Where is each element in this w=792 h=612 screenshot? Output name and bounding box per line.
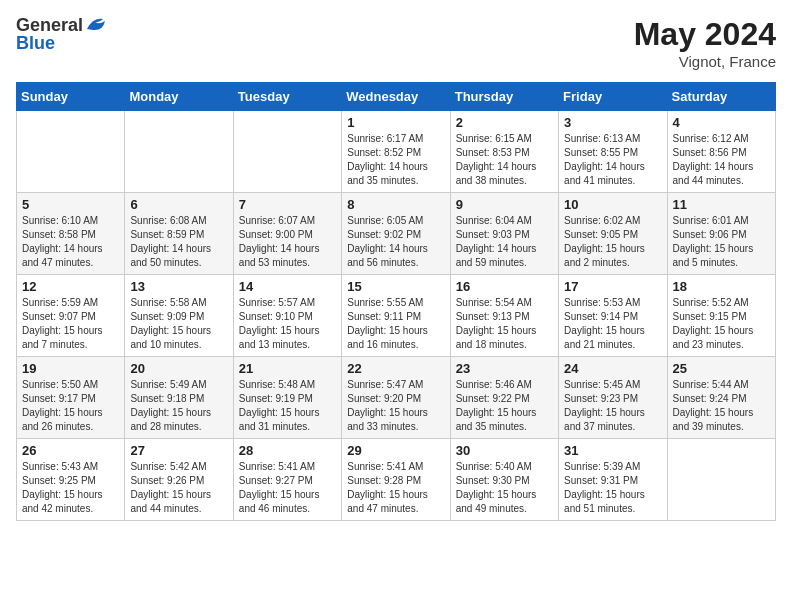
cell-content: Sunrise: 5:46 AMSunset: 9:22 PMDaylight:… bbox=[456, 378, 553, 434]
calendar-cell: 29Sunrise: 5:41 AMSunset: 9:28 PMDayligh… bbox=[342, 439, 450, 521]
cell-content: Sunrise: 5:49 AMSunset: 9:18 PMDaylight:… bbox=[130, 378, 227, 434]
cell-content: Sunrise: 6:01 AMSunset: 9:06 PMDaylight:… bbox=[673, 214, 770, 270]
calendar-cell: 3Sunrise: 6:13 AMSunset: 8:55 PMDaylight… bbox=[559, 111, 667, 193]
cell-content: Sunrise: 5:39 AMSunset: 9:31 PMDaylight:… bbox=[564, 460, 661, 516]
weekday-header: Wednesday bbox=[342, 83, 450, 111]
day-number: 29 bbox=[347, 443, 444, 458]
day-number: 7 bbox=[239, 197, 336, 212]
cell-content: Sunrise: 6:13 AMSunset: 8:55 PMDaylight:… bbox=[564, 132, 661, 188]
weekday-header: Monday bbox=[125, 83, 233, 111]
calendar-week-row: 26Sunrise: 5:43 AMSunset: 9:25 PMDayligh… bbox=[17, 439, 776, 521]
day-number: 14 bbox=[239, 279, 336, 294]
month-title: May 2024 bbox=[634, 16, 776, 53]
cell-content: Sunrise: 6:05 AMSunset: 9:02 PMDaylight:… bbox=[347, 214, 444, 270]
day-number: 30 bbox=[456, 443, 553, 458]
day-number: 1 bbox=[347, 115, 444, 130]
day-number: 11 bbox=[673, 197, 770, 212]
day-number: 19 bbox=[22, 361, 119, 376]
calendar-week-row: 19Sunrise: 5:50 AMSunset: 9:17 PMDayligh… bbox=[17, 357, 776, 439]
calendar-cell: 16Sunrise: 5:54 AMSunset: 9:13 PMDayligh… bbox=[450, 275, 558, 357]
cell-content: Sunrise: 5:47 AMSunset: 9:20 PMDaylight:… bbox=[347, 378, 444, 434]
day-number: 6 bbox=[130, 197, 227, 212]
calendar-cell: 10Sunrise: 6:02 AMSunset: 9:05 PMDayligh… bbox=[559, 193, 667, 275]
page-header: General Blue May 2024 Vignot, France bbox=[16, 16, 776, 70]
calendar-cell: 7Sunrise: 6:07 AMSunset: 9:00 PMDaylight… bbox=[233, 193, 341, 275]
calendar-cell: 6Sunrise: 6:08 AMSunset: 8:59 PMDaylight… bbox=[125, 193, 233, 275]
calendar-cell: 24Sunrise: 5:45 AMSunset: 9:23 PMDayligh… bbox=[559, 357, 667, 439]
day-number: 22 bbox=[347, 361, 444, 376]
cell-content: Sunrise: 6:12 AMSunset: 8:56 PMDaylight:… bbox=[673, 132, 770, 188]
day-number: 3 bbox=[564, 115, 661, 130]
day-number: 2 bbox=[456, 115, 553, 130]
cell-content: Sunrise: 5:45 AMSunset: 9:23 PMDaylight:… bbox=[564, 378, 661, 434]
cell-content: Sunrise: 5:52 AMSunset: 9:15 PMDaylight:… bbox=[673, 296, 770, 352]
cell-content: Sunrise: 5:40 AMSunset: 9:30 PMDaylight:… bbox=[456, 460, 553, 516]
day-number: 28 bbox=[239, 443, 336, 458]
calendar-cell: 4Sunrise: 6:12 AMSunset: 8:56 PMDaylight… bbox=[667, 111, 775, 193]
cell-content: Sunrise: 5:43 AMSunset: 9:25 PMDaylight:… bbox=[22, 460, 119, 516]
calendar-cell: 18Sunrise: 5:52 AMSunset: 9:15 PMDayligh… bbox=[667, 275, 775, 357]
calendar-cell: 27Sunrise: 5:42 AMSunset: 9:26 PMDayligh… bbox=[125, 439, 233, 521]
calendar-cell: 14Sunrise: 5:57 AMSunset: 9:10 PMDayligh… bbox=[233, 275, 341, 357]
calendar-week-row: 12Sunrise: 5:59 AMSunset: 9:07 PMDayligh… bbox=[17, 275, 776, 357]
calendar-week-row: 1Sunrise: 6:17 AMSunset: 8:52 PMDaylight… bbox=[17, 111, 776, 193]
weekday-header: Thursday bbox=[450, 83, 558, 111]
day-number: 25 bbox=[673, 361, 770, 376]
calendar-cell: 5Sunrise: 6:10 AMSunset: 8:58 PMDaylight… bbox=[17, 193, 125, 275]
day-number: 5 bbox=[22, 197, 119, 212]
cell-content: Sunrise: 5:50 AMSunset: 9:17 PMDaylight:… bbox=[22, 378, 119, 434]
day-number: 26 bbox=[22, 443, 119, 458]
calendar-cell: 22Sunrise: 5:47 AMSunset: 9:20 PMDayligh… bbox=[342, 357, 450, 439]
location-title: Vignot, France bbox=[634, 53, 776, 70]
day-number: 9 bbox=[456, 197, 553, 212]
calendar-cell: 13Sunrise: 5:58 AMSunset: 9:09 PMDayligh… bbox=[125, 275, 233, 357]
calendar-cell: 9Sunrise: 6:04 AMSunset: 9:03 PMDaylight… bbox=[450, 193, 558, 275]
day-number: 12 bbox=[22, 279, 119, 294]
cell-content: Sunrise: 6:08 AMSunset: 8:59 PMDaylight:… bbox=[130, 214, 227, 270]
cell-content: Sunrise: 5:53 AMSunset: 9:14 PMDaylight:… bbox=[564, 296, 661, 352]
calendar-cell bbox=[233, 111, 341, 193]
cell-content: Sunrise: 5:42 AMSunset: 9:26 PMDaylight:… bbox=[130, 460, 227, 516]
calendar-cell: 31Sunrise: 5:39 AMSunset: 9:31 PMDayligh… bbox=[559, 439, 667, 521]
day-number: 18 bbox=[673, 279, 770, 294]
title-block: May 2024 Vignot, France bbox=[634, 16, 776, 70]
cell-content: Sunrise: 5:41 AMSunset: 9:27 PMDaylight:… bbox=[239, 460, 336, 516]
day-number: 23 bbox=[456, 361, 553, 376]
cell-content: Sunrise: 6:17 AMSunset: 8:52 PMDaylight:… bbox=[347, 132, 444, 188]
day-number: 13 bbox=[130, 279, 227, 294]
day-number: 24 bbox=[564, 361, 661, 376]
weekday-header: Friday bbox=[559, 83, 667, 111]
calendar-cell: 11Sunrise: 6:01 AMSunset: 9:06 PMDayligh… bbox=[667, 193, 775, 275]
calendar-cell: 25Sunrise: 5:44 AMSunset: 9:24 PMDayligh… bbox=[667, 357, 775, 439]
logo-blue: Blue bbox=[16, 33, 55, 53]
calendar-cell: 23Sunrise: 5:46 AMSunset: 9:22 PMDayligh… bbox=[450, 357, 558, 439]
logo-bird-icon bbox=[85, 15, 107, 33]
calendar-cell bbox=[125, 111, 233, 193]
day-number: 31 bbox=[564, 443, 661, 458]
calendar-cell: 15Sunrise: 5:55 AMSunset: 9:11 PMDayligh… bbox=[342, 275, 450, 357]
day-number: 4 bbox=[673, 115, 770, 130]
cell-content: Sunrise: 5:57 AMSunset: 9:10 PMDaylight:… bbox=[239, 296, 336, 352]
calendar-cell: 30Sunrise: 5:40 AMSunset: 9:30 PMDayligh… bbox=[450, 439, 558, 521]
calendar-cell: 20Sunrise: 5:49 AMSunset: 9:18 PMDayligh… bbox=[125, 357, 233, 439]
day-number: 20 bbox=[130, 361, 227, 376]
calendar-cell: 8Sunrise: 6:05 AMSunset: 9:02 PMDaylight… bbox=[342, 193, 450, 275]
calendar-cell: 2Sunrise: 6:15 AMSunset: 8:53 PMDaylight… bbox=[450, 111, 558, 193]
calendar-cell bbox=[17, 111, 125, 193]
weekday-header: Sunday bbox=[17, 83, 125, 111]
calendar-cell: 17Sunrise: 5:53 AMSunset: 9:14 PMDayligh… bbox=[559, 275, 667, 357]
cell-content: Sunrise: 6:07 AMSunset: 9:00 PMDaylight:… bbox=[239, 214, 336, 270]
calendar-table: SundayMondayTuesdayWednesdayThursdayFrid… bbox=[16, 82, 776, 521]
day-number: 8 bbox=[347, 197, 444, 212]
cell-content: Sunrise: 5:54 AMSunset: 9:13 PMDaylight:… bbox=[456, 296, 553, 352]
calendar-cell: 26Sunrise: 5:43 AMSunset: 9:25 PMDayligh… bbox=[17, 439, 125, 521]
day-number: 10 bbox=[564, 197, 661, 212]
logo-general: General bbox=[16, 16, 83, 34]
cell-content: Sunrise: 6:10 AMSunset: 8:58 PMDaylight:… bbox=[22, 214, 119, 270]
logo: General Blue bbox=[16, 16, 107, 53]
weekday-header: Tuesday bbox=[233, 83, 341, 111]
day-number: 15 bbox=[347, 279, 444, 294]
cell-content: Sunrise: 6:02 AMSunset: 9:05 PMDaylight:… bbox=[564, 214, 661, 270]
calendar-cell: 19Sunrise: 5:50 AMSunset: 9:17 PMDayligh… bbox=[17, 357, 125, 439]
cell-content: Sunrise: 5:58 AMSunset: 9:09 PMDaylight:… bbox=[130, 296, 227, 352]
